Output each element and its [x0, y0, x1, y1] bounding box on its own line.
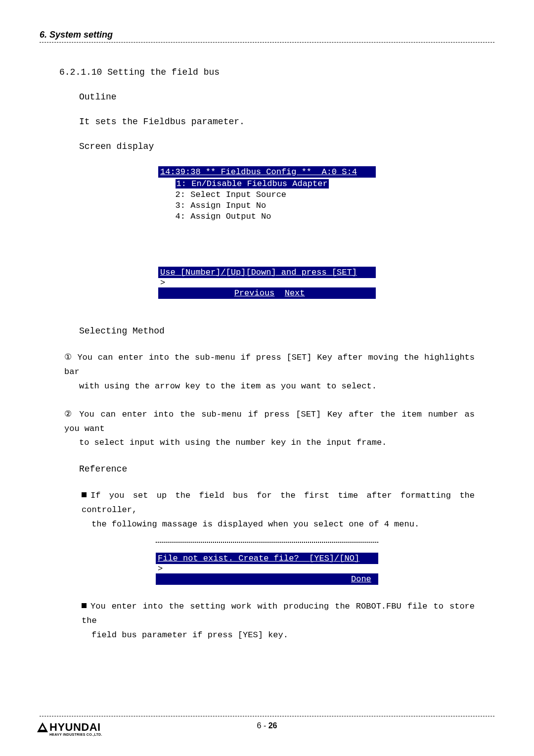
- next-button[interactable]: Next: [285, 288, 305, 298]
- menu-item-2-label: 2: Select Input Source: [176, 190, 286, 199]
- menu-item-1-label: 1: En/Disable Fieldbus Adapter: [176, 179, 329, 189]
- screen-display-heading: Screen display: [79, 142, 494, 151]
- ref1-line-2: the following massage is displayed when …: [91, 520, 419, 529]
- screen-menu-area: 1: En/Disable Fieldbus Adapter 2: Select…: [158, 178, 376, 267]
- page-num-value: 26: [268, 721, 277, 730]
- dialog-bottom-bar: Done: [156, 573, 378, 585]
- brand-subtitle: HEAVY INDUSTRIES CO.,LTD.: [49, 733, 102, 736]
- brand-logo: HYUNDAI HEAVY INDUSTRIES CO.,LTD.: [37, 721, 102, 736]
- step-1-line-2: with using the arrow key to the item as …: [79, 379, 475, 394]
- footer-divider: [40, 716, 494, 716]
- menu-item-4-label: 4: Assign Output No: [176, 212, 271, 221]
- ref2-line-2: field bus parameter if press [YES] key.: [91, 630, 288, 640]
- outline-heading: Outline: [79, 92, 494, 102]
- page-prefix: 6 -: [257, 721, 268, 730]
- brand-name: HYUNDAI: [49, 721, 101, 734]
- dialog-message: File not exist. Create file? [YES]/[NO]: [156, 553, 378, 564]
- screen-input-line[interactable]: >: [158, 278, 376, 287]
- create-file-dialog: File not exist. Create file? [YES]/[NO] …: [156, 542, 378, 585]
- reference-heading: Reference: [79, 464, 494, 474]
- step-2-line-1: ② You can enter into the sub-menu if pre…: [64, 410, 475, 433]
- outline-text: It sets the Fieldbus parameter.: [79, 117, 494, 127]
- screen-bottom-bar: Previous Next: [158, 287, 376, 299]
- menu-item-1[interactable]: 1: En/Disable Fieldbus Adapter: [160, 179, 374, 189]
- ref1-line-1: If you set up the field bus for the firs…: [82, 491, 475, 515]
- square-bullet-icon: [82, 492, 87, 497]
- square-bullet-icon: [82, 603, 87, 608]
- menu-item-2[interactable]: 2: Select Input Source: [160, 189, 374, 200]
- header-divider: [40, 42, 494, 43]
- menu-item-4[interactable]: 4: Assign Output No: [160, 211, 374, 222]
- page-header: 6. System setting: [40, 30, 494, 40]
- section-number: 6.2.1.10 Setting the field bus: [59, 67, 494, 77]
- triangle-icon: [37, 722, 48, 732]
- step-2: ② You can enter into the sub-menu if pre…: [64, 408, 475, 451]
- done-button[interactable]: Done: [351, 574, 371, 584]
- step-2-line-2: to select input with using the number ke…: [79, 436, 475, 450]
- fieldbus-config-screen: 14:39:38 ** Fieldbus Config ** A:0 S:4 1…: [158, 166, 376, 299]
- reference-bullet-1: If you set up the field bus for the firs…: [82, 489, 475, 532]
- screen-title-bar: 14:39:38 ** Fieldbus Config ** A:0 S:4: [158, 166, 376, 178]
- screen-hint-bar: Use [Number]/[Up][Down] and press [SET]: [158, 267, 376, 278]
- menu-item-3[interactable]: 3: Assign Input No: [160, 200, 374, 211]
- reference-bullet-2: You enter into the setting work with pro…: [82, 600, 475, 643]
- step-1: ① You can enter into the sub-menu if pre…: [64, 351, 475, 394]
- menu-item-3-label: 3: Assign Input No: [176, 201, 267, 210]
- step-1-line-1: ① You can enter into the sub-menu if pre…: [64, 353, 475, 377]
- selecting-method-heading: Selecting Method: [79, 326, 494, 336]
- ref2-line-1: You enter into the setting work with pro…: [82, 602, 475, 625]
- previous-button[interactable]: Previous: [234, 288, 275, 298]
- dialog-input-line[interactable]: >: [156, 564, 378, 573]
